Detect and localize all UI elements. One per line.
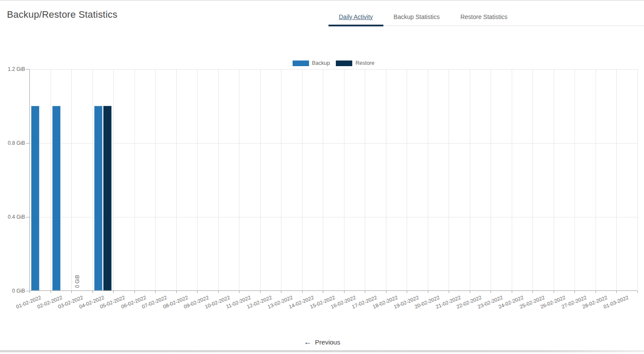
bar-backup-04-02-2022[interactable] — [94, 106, 102, 291]
y-axis-tick — [26, 217, 29, 217]
grid-line-vertical — [596, 69, 596, 291]
x-axis-tick — [155, 291, 156, 293]
x-axis-tick — [491, 291, 491, 293]
legend-label-restore: Restore — [355, 60, 374, 66]
grid-line-vertical — [554, 69, 554, 291]
y-axis-label: 0.4 GiB — [0, 214, 25, 220]
grid-line-vertical — [449, 69, 449, 291]
grid-line-vertical — [260, 69, 261, 291]
x-axis-tick — [428, 291, 428, 293]
tab-backup-statistics[interactable]: Backup Statistics — [383, 8, 450, 26]
bar-backup-02-02-2022[interactable] — [52, 106, 61, 291]
x-axis-tick — [554, 291, 554, 293]
x-axis-tick — [386, 291, 386, 293]
grid-line-vertical — [92, 69, 93, 291]
x-axis-line — [29, 290, 638, 291]
x-axis-tick — [449, 291, 449, 293]
x-axis-tick — [638, 291, 638, 293]
x-axis-tick — [71, 291, 72, 293]
grid-line-vertical — [470, 69, 470, 291]
grid-line-vertical — [302, 69, 303, 291]
x-axis-tick — [134, 291, 135, 293]
bar-restore-04-02-2022[interactable] — [103, 106, 112, 291]
grid-line-vertical — [134, 69, 135, 291]
grid-line-vertical — [532, 69, 533, 291]
legend-label-backup: Backup — [312, 60, 330, 66]
x-axis-tick — [512, 291, 512, 293]
tab-restore-statistics[interactable]: Restore Statistics — [450, 8, 518, 26]
grid-line-vertical — [197, 69, 198, 291]
restore-color-swatch — [336, 61, 352, 66]
x-axis-tick — [574, 291, 575, 293]
bar-backup-01-02-2022[interactable] — [31, 106, 39, 291]
x-axis-tick — [51, 291, 51, 293]
grid-line-vertical — [491, 69, 491, 291]
previous-button-label: Previous — [315, 338, 340, 346]
x-axis-tick — [407, 291, 407, 293]
grid-line-vertical — [386, 69, 386, 291]
x-axis-tick — [29, 291, 30, 293]
grid-line-vertical — [113, 69, 114, 291]
grid-line-vertical — [574, 69, 575, 291]
legend-item-backup[interactable]: Backup — [293, 60, 330, 66]
x-axis-tick — [92, 291, 93, 293]
grid-line-vertical — [344, 69, 344, 291]
backup-color-swatch — [293, 61, 309, 66]
grid-line-horizontal — [29, 69, 638, 70]
grid-line-vertical — [323, 69, 323, 291]
grid-line-horizontal — [29, 217, 638, 217]
footer-navigation: ← Previous — [0, 337, 644, 347]
grid-line-vertical — [512, 69, 512, 291]
grid-line-vertical — [638, 69, 638, 291]
grid-line-horizontal — [29, 143, 638, 144]
grid-line-vertical — [428, 69, 428, 291]
x-axis-tick — [218, 291, 219, 293]
y-axis-tick — [26, 291, 29, 291]
y-axis-line — [29, 69, 30, 291]
y-axis-label: 1.2 GiB — [0, 67, 25, 72]
grid-line-vertical — [218, 69, 219, 291]
y-axis-label: 0.8 GiB — [0, 140, 25, 146]
y-axis-tick — [26, 143, 29, 144]
x-axis-tick — [344, 291, 344, 293]
x-axis-tick — [239, 291, 239, 293]
x-axis-tick — [616, 291, 617, 293]
chart-legend: Backup Restore — [29, 59, 638, 67]
grid-line-vertical — [71, 69, 72, 291]
bottom-divider — [0, 350, 644, 352]
grid-line-vertical — [51, 69, 51, 291]
grid-line-vertical — [176, 69, 177, 291]
x-axis-tick — [323, 291, 323, 293]
y-axis-label: 0 GiB — [0, 288, 25, 293]
daily-activity-bar-chart: 0 GiB0.4 GiB0.8 GiB1.2 GiB01-02-202202-0… — [29, 69, 638, 291]
grid-line-vertical — [616, 69, 617, 291]
bar-value-label: 0 GiB — [74, 268, 80, 288]
x-axis-tick — [532, 291, 533, 293]
x-axis-tick — [113, 291, 114, 293]
legend-item-restore[interactable]: Restore — [336, 60, 374, 66]
x-axis-tick — [197, 291, 198, 293]
previous-button[interactable]: ← Previous — [304, 338, 340, 346]
x-axis-tick — [470, 291, 470, 293]
backup-restore-statistics-page: Backup/Restore Statistics Daily Activity… — [0, 0, 644, 354]
y-axis-tick — [26, 69, 29, 70]
tab-daily-activity[interactable]: Daily Activity — [328, 8, 383, 26]
grid-line-vertical — [239, 69, 239, 291]
tab-bar: Daily Activity Backup Statistics Restore… — [328, 8, 644, 26]
x-axis-tick — [260, 291, 261, 293]
grid-line-vertical — [365, 69, 365, 291]
x-axis-tick — [176, 291, 177, 293]
x-axis-tick — [302, 291, 303, 293]
arrow-left-icon: ← — [304, 339, 312, 345]
grid-line-vertical — [281, 69, 281, 291]
grid-line-vertical — [407, 69, 407, 291]
page-title: Backup/Restore Statistics — [7, 9, 118, 20]
x-axis-tick — [365, 291, 365, 293]
x-axis-tick — [596, 291, 596, 293]
grid-line-vertical — [155, 69, 156, 291]
x-axis-tick — [281, 291, 281, 293]
